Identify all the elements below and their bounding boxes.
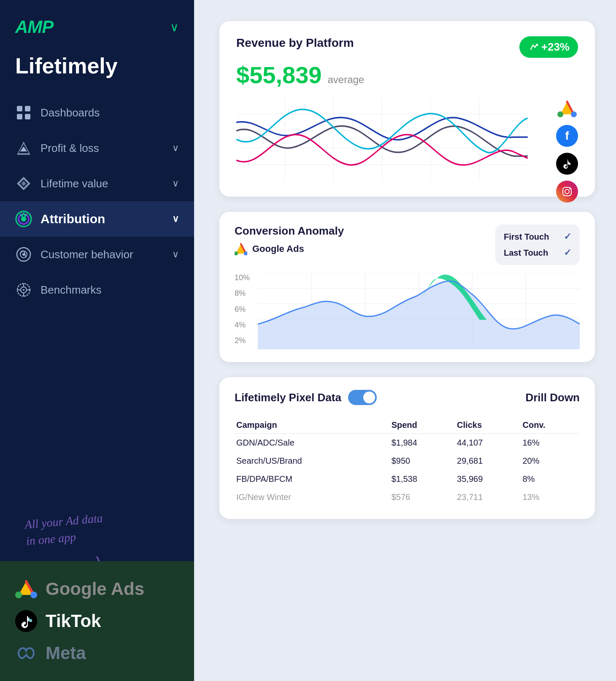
svg-point-37	[571, 111, 577, 117]
cell-spend-1: $1,984	[390, 434, 455, 452]
svg-point-18	[23, 289, 24, 291]
cell-conv-4: 13%	[521, 488, 580, 506]
first-touch-check-icon: ✓	[564, 231, 571, 242]
svg-rect-0	[17, 106, 22, 111]
svg-point-12	[21, 216, 26, 222]
svg-rect-2	[17, 114, 22, 119]
sidebar-item-lifetime-value[interactable]: Lifetime value ∨	[0, 166, 194, 201]
partner-meta: Meta	[15, 642, 179, 664]
dashboard-icon	[15, 104, 32, 121]
col-campaign: Campaign	[235, 417, 390, 434]
google-platform-icon	[556, 97, 578, 119]
pixel-data-toggle[interactable]	[348, 390, 377, 405]
toggle-knob	[363, 392, 375, 403]
campaign-table: Campaign Spend Clicks Conv. GDN/ADC/Sale…	[235, 417, 580, 506]
sidebar-item-dashboards[interactable]: Dashboards	[0, 95, 194, 130]
cell-clicks-4: 23,711	[455, 488, 521, 506]
cell-spend-2: $950	[390, 452, 455, 470]
svg-rect-1	[25, 106, 30, 111]
benchmarks-icon	[15, 281, 32, 298]
header-chevron-icon[interactable]: ∨	[170, 20, 179, 34]
tiktok-partner-label: TikTok	[46, 611, 101, 631]
meta-partner-label: Meta	[46, 643, 86, 663]
svg-point-23	[15, 592, 22, 598]
growth-value: +23%	[541, 41, 570, 54]
cell-conv-1: 16%	[521, 434, 580, 452]
app-title: Lifetimely	[0, 50, 194, 95]
last-touch-check-icon: ✓	[564, 247, 571, 258]
google-ads-badge: Google Ads	[235, 243, 344, 255]
cell-spend-4: $576	[390, 488, 455, 506]
sidebar-item-profit-loss[interactable]: Profit & loss ∨	[0, 130, 194, 166]
revenue-title: Revenue by Platform	[236, 36, 354, 50]
pixel-title: Lifetimely Pixel Data	[235, 391, 341, 404]
svg-point-40	[569, 188, 570, 189]
y-axis-labels: 2% 4% 6% 8% 10%	[235, 273, 256, 349]
y-label-4: 8%	[235, 289, 256, 298]
cell-campaign-4: IG/New Winter	[235, 488, 390, 506]
table-row: FB/DPA/BFCM $1,538 35,969 8%	[235, 470, 580, 488]
cell-spend-3: $1,538	[390, 470, 455, 488]
profit-loss-chevron-icon: ∨	[172, 143, 179, 154]
y-label-3: 6%	[235, 305, 256, 314]
y-label-2: 4%	[235, 321, 256, 330]
revenue-header: Revenue by Platform +23%	[236, 36, 578, 58]
anomaly-chart-svg	[258, 273, 580, 349]
table-row: GDN/ADC/Sale $1,984 44,107 16%	[235, 434, 580, 452]
cell-conv-2: 20%	[521, 452, 580, 470]
first-touch-option[interactable]: First Touch ✓	[504, 231, 571, 242]
cell-campaign-2: Search/US/Brand	[235, 452, 390, 470]
sidebar-item-profit-loss-label: Profit & loss	[41, 142, 164, 155]
svg-point-39	[565, 189, 569, 194]
cell-clicks-1: 44,107	[455, 434, 521, 452]
last-touch-option[interactable]: Last Touch ✓	[504, 247, 571, 258]
partner-tiktok: TikTok	[15, 610, 179, 632]
partner-google: Google Ads	[15, 578, 179, 600]
toggle-container[interactable]	[348, 390, 377, 405]
pixel-header-left: Lifetimely Pixel Data	[235, 390, 377, 405]
main-content: Revenue by Platform +23% $55,839 average	[194, 0, 616, 681]
sidebar-item-benchmarks[interactable]: Benchmarks	[0, 272, 194, 308]
profit-loss-icon	[15, 140, 32, 157]
meta-logo-icon	[15, 642, 37, 664]
svg-rect-3	[25, 114, 30, 119]
svg-point-25	[15, 610, 37, 632]
platform-icons: f	[556, 97, 578, 203]
sidebar: AMP ∨ Lifetimely Dashboards	[0, 0, 194, 681]
partner-logos-section: Google Ads TikTok Meta	[0, 561, 194, 681]
logo: AMP	[15, 17, 53, 37]
instagram-platform-icon	[556, 181, 578, 203]
customer-behavior-icon	[15, 246, 32, 263]
col-clicks: Clicks	[455, 417, 521, 434]
y-label-1: 2%	[235, 336, 256, 345]
growth-up-icon	[528, 42, 538, 52]
attribution-chevron-icon: ∨	[172, 213, 179, 224]
sidebar-item-customer-behavior[interactable]: Customer behavior ∨	[0, 237, 194, 272]
anomaly-chart: 2% 4% 6% 8% 10%	[235, 273, 580, 349]
customer-behavior-chevron-icon: ∨	[172, 249, 179, 260]
table-row: Search/US/Brand $950 29,681 20%	[235, 452, 580, 470]
revenue-chart: f	[236, 97, 578, 181]
sidebar-item-lifetime-value-label: Lifetime value	[41, 177, 164, 190]
sidebar-item-dashboards-label: Dashboards	[41, 106, 179, 119]
revenue-chart-svg	[236, 97, 548, 181]
tiktok-logo-icon	[15, 610, 37, 632]
cell-campaign-3: FB/DPA/BFCM	[235, 470, 390, 488]
handwritten-tagline: All your Ad datain one app	[24, 510, 105, 549]
sidebar-header: AMP ∨	[0, 0, 194, 50]
touch-options: First Touch ✓ Last Touch ✓	[495, 224, 580, 265]
lifetime-value-chevron-icon: ∨	[172, 178, 179, 189]
first-touch-label: First Touch	[504, 232, 549, 242]
col-conv: Conv.	[521, 417, 580, 434]
revenue-amount: $55,839	[236, 61, 322, 89]
sidebar-item-benchmarks-label: Benchmarks	[41, 284, 179, 297]
lifetime-value-icon	[15, 175, 32, 192]
sidebar-item-attribution[interactable]: Attribution ∨	[0, 201, 194, 237]
anomaly-title: Conversion Anomaly	[235, 224, 344, 238]
facebook-platform-icon: f	[556, 125, 578, 147]
last-touch-label: Last Touch	[504, 248, 548, 258]
cell-conv-3: 8%	[521, 470, 580, 488]
google-ads-label: Google Ads	[252, 243, 304, 254]
google-ads-small-icon	[235, 243, 247, 255]
y-label-5: 10%	[235, 273, 256, 282]
